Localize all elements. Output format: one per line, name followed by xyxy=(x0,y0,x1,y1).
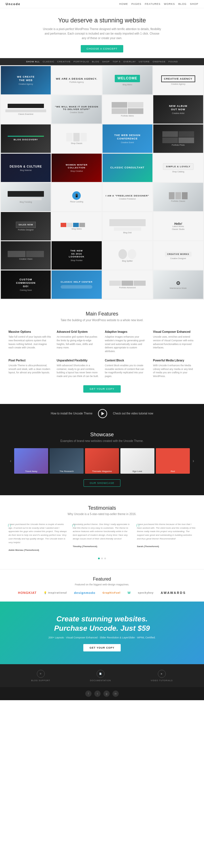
cta-bottom-title: Create stunning websites.Purchase Uncode… xyxy=(8,614,196,633)
demo-item-classic-studio[interactable]: Hello! Latest Works Classic Studio xyxy=(153,212,203,240)
showcase-item-5[interactable]: Red xyxy=(156,448,190,474)
feature-media-library: Powerful Media Library With Uncode it en… xyxy=(153,359,196,378)
demo-item-classic-consultant[interactable]: Classic Consultant xyxy=(103,154,152,182)
filter-shop[interactable]: SHOP xyxy=(102,60,110,63)
demo-item-portfolio-designer[interactable]: SALES NOW Portfolio Designer xyxy=(1,212,51,240)
features-title: Main Features xyxy=(8,311,196,317)
demo-item-blog-splitter[interactable]: Blog Splitter xyxy=(103,241,152,270)
filter-ustore[interactable]: USTORE xyxy=(139,60,149,63)
demo-item-maintenance-mode[interactable]: ⚙ Maintenance Mode xyxy=(153,271,203,299)
testimonial-1-text: I have purchased the Uncode theme a coup… xyxy=(8,523,67,545)
demo-item-blog-material[interactable]: Design & Culture Blog Material xyxy=(1,154,51,182)
demo-item-creative-vision[interactable]: Creative Vision xyxy=(1,241,51,270)
demo-item-creative-artist[interactable]: NEW ALBUMOUT NOW Creative Artist xyxy=(153,95,203,124)
video-tutorials-icon-circle: ▶ xyxy=(158,670,166,678)
features-subtitle: Take the building of your WordPress webs… xyxy=(8,319,196,322)
showcase-next-arrow[interactable]: › xyxy=(191,458,196,463)
showcase-item-2[interactable]: The Research xyxy=(49,448,83,474)
demo-item-creative-event[interactable]: THE WEB DESIGNCONFERENCE Creative Event xyxy=(103,124,152,153)
demo-item-shop-frontier[interactable]: THE NEWSS 2016LOOKBOOK Shop Frontier xyxy=(52,241,101,270)
feature-massive-options: Massive Options Take full control of you… xyxy=(8,330,51,353)
demo-item-portfolio-classic[interactable]: Portfolio Classic xyxy=(153,183,203,211)
social-googleplus[interactable]: g xyxy=(103,690,110,697)
nav-shop[interactable]: Shop xyxy=(190,3,198,5)
features-cta-button[interactable]: GET YOUR COPY xyxy=(83,385,121,393)
demo-item-portfolio-photo[interactable]: Portfolio Photo xyxy=(153,124,203,153)
showcase-prev-arrow[interactable]: ‹ xyxy=(8,458,13,463)
featured-title: Featured xyxy=(8,577,196,582)
feature-2-desc: An innovative grid system that pushes th… xyxy=(57,335,99,349)
filter-found[interactable]: FOUND xyxy=(169,60,178,63)
demo-item-portfolio-metro[interactable]: Portfolio Metro xyxy=(103,95,152,124)
demo-item-classic-help[interactable]: Classic Help Center xyxy=(52,271,101,299)
demo-item-blog-trending[interactable]: Blog Trending xyxy=(1,183,51,211)
demo-item-shop-classic[interactable]: Shop Classic xyxy=(52,124,101,153)
showcase-label-3: Thematic Magazine xyxy=(85,470,119,472)
demo-item-shop-creative[interactable]: WOMEN WINTERCOLLECTION Shop Creative xyxy=(52,154,101,182)
logo[interactable]: Uncode xyxy=(6,2,21,6)
showcase-item-4[interactable]: Ego Love xyxy=(121,448,155,474)
filter-onepage[interactable]: ONEPAGE xyxy=(153,60,166,63)
video-tutorials-label: VIDEO TUTORIALS xyxy=(151,680,173,681)
featured-section: Featured Featured on the biggest web-des… xyxy=(0,569,204,601)
feature-grid-system: Advanced Grid System An innovative grid … xyxy=(57,330,99,353)
social-twitter[interactable]: t xyxy=(94,690,101,697)
testimonial-1-author: Adele Moreau (Themeforest) xyxy=(8,549,39,551)
demo-item-blog-metro[interactable]: Welcome Blog Metro xyxy=(103,66,152,94)
testimonial-dot-1[interactable] xyxy=(98,558,100,559)
demo-item-portfolio-agency[interactable]: We are a design agency. Portfolio Agency xyxy=(52,66,101,94)
demo-item-creative-studio[interactable]: "We will make it our design to deliver s… xyxy=(52,95,101,124)
nav-blog[interactable]: Blog xyxy=(178,3,186,5)
feature-1-desc: Take full control of your layouts with t… xyxy=(8,335,51,349)
social-linkedin[interactable]: in xyxy=(112,690,119,697)
demo-item-blog-grid[interactable]: Blog Grid xyxy=(103,212,152,240)
filter-portfolio[interactable]: PORTFOLIO xyxy=(73,60,89,63)
play-button[interactable] xyxy=(98,409,107,418)
demo-item-creative-designer[interactable]: Creative Works Creative Designer xyxy=(153,241,203,270)
filter-show-all[interactable]: SHOW ALL xyxy=(26,60,40,63)
demo-item-shop-metro[interactable]: Shop Metro xyxy=(52,212,101,240)
testimonial-3-text: I have purchased this theme because of t… xyxy=(137,523,196,541)
filter-overlay[interactable]: OVERLAY xyxy=(123,60,136,63)
showcase-item-3[interactable]: Thematic Magazine xyxy=(85,448,119,474)
showcase-item-1[interactable]: Travel Away xyxy=(14,448,48,474)
demo-item-creative-agency-2[interactable]: Creative Agency Creative Agency xyxy=(153,66,203,94)
feature-content-block: Content Block Content block enables you … xyxy=(105,359,147,378)
documentation-icon: 📄 xyxy=(99,673,102,675)
demo-item-flexor-landing[interactable]: 📱 Flexor Landing xyxy=(52,183,101,211)
nav-works[interactable]: Works xyxy=(164,3,175,5)
demo-item-creative-freelance[interactable]: I AM A "FREELANCE DESIGNER" Creative Fre… xyxy=(103,183,152,211)
showcase-label-1: Travel Away xyxy=(14,470,48,472)
demo-item-create-the-web[interactable]: WE CREATETHE WEB Creative Agency xyxy=(1,66,51,94)
testimonial-dot-3[interactable] xyxy=(104,558,106,559)
demo-item-shop-catalog[interactable]: Simple & lovely Shop Catalog xyxy=(153,154,203,182)
demo-item-portfolio-advanced[interactable]: Portfolio Advanced xyxy=(103,271,152,299)
filter-classic[interactable]: CLASSIC xyxy=(43,60,55,63)
nav-features[interactable]: Features xyxy=(145,3,160,5)
testimonial-2-author: Timothy (Themeforest) xyxy=(73,545,98,548)
demo-item-blog-discovery[interactable]: Blog Discovery xyxy=(1,124,51,153)
feature-flexibility: Unparalleled Flexibility With advanced S… xyxy=(57,359,99,378)
cta-bottom-button[interactable]: GET YOUR COPY xyxy=(83,644,121,651)
main-features-section: Main Features Take the building of your … xyxy=(0,300,204,404)
footer-video-tutorials: ▶ VIDEO TUTORIALS xyxy=(151,670,173,681)
logo-inspirational: 💡 Inspirational xyxy=(44,591,67,594)
demo-item-classic-examiner[interactable]: Classic Examiner xyxy=(1,95,51,124)
testimonial-dot-2[interactable] xyxy=(101,558,103,559)
documentation-label: DOCUMENTATION xyxy=(90,680,111,681)
demo-item-coming-soon[interactable]: CUSTOMCOMMISSIONGO! Coming Soon xyxy=(1,271,51,299)
testimonial-dots xyxy=(8,558,196,559)
filter-top5[interactable]: TOP 5 xyxy=(112,60,121,63)
social-facebook[interactable]: f xyxy=(85,690,92,697)
feature-visual-composer: Visual Composer Enhanced Uncode uses, en… xyxy=(153,330,196,353)
filter-blog[interactable]: BLOG xyxy=(92,60,99,63)
video-tutorials-icon: ▶ xyxy=(161,673,163,675)
nav-pages[interactable]: Pages xyxy=(132,3,141,5)
filter-creative[interactable]: CREATIVE xyxy=(57,60,71,63)
nav-home[interactable]: Home xyxy=(119,3,128,5)
showcase-cta-button[interactable]: OUR SHOWCASE xyxy=(83,479,120,487)
showcase-subtitle: Examples of brand new websites created w… xyxy=(8,439,196,442)
blog-support-label: BLOG SUPPORT xyxy=(31,680,50,681)
hero-cta-button[interactable]: CHOOSE A CONCEPT xyxy=(81,45,123,53)
feature-7-desc: Content block enables you to create reus… xyxy=(105,364,147,378)
